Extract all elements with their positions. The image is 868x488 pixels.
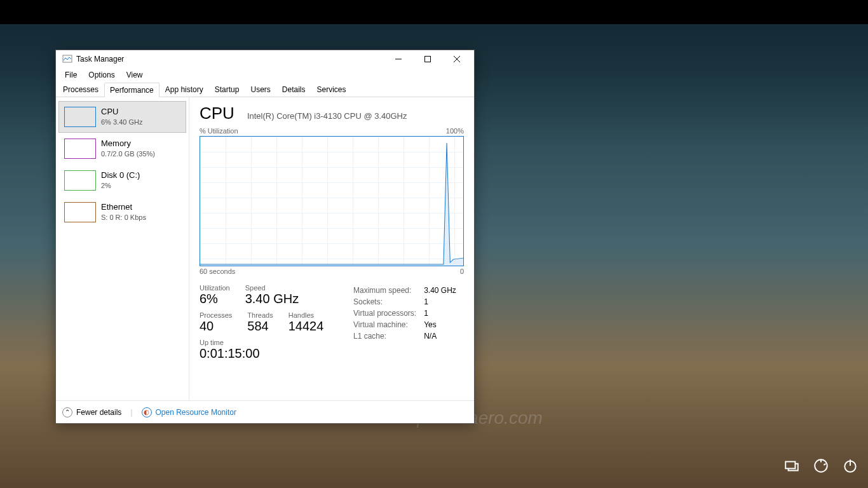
sidebar-item-disk[interactable]: Disk 0 (C:)2% [58,165,186,196]
stat-label: Processes [200,311,232,319]
performance-sidebar: CPU6% 3.40 GHz Memory0.7/2.0 GB (35%) Di… [56,97,189,400]
detail-label: Maximum speed: [353,285,423,295]
titlebar[interactable]: Task Manager [56,50,474,68]
tabs: Processes Performance App history Startu… [56,82,474,97]
tab-services[interactable]: Services [311,82,352,97]
power-icon[interactable] [842,458,858,477]
sidebar-item-ethernet[interactable]: EthernetS: 0 R: 0 Kbps [58,196,186,228]
window-title: Task Manager [76,55,384,64]
window-footer: ⌃ Fewer details | ◐ Open Resource Monito… [56,400,474,423]
open-resource-monitor-link[interactable]: ◐ Open Resource Monitor [142,407,236,417]
sidebar-item-label: Disk 0 (C:) [101,170,140,181]
cpu-name: Intel(R) Core(TM) i3-4130 CPU @ 3.40GHz [247,111,407,121]
detail-label: Sockets: [353,297,423,307]
menubar: File Options View [56,68,474,82]
resource-monitor-label: Open Resource Monitor [156,408,236,417]
app-icon [62,54,72,64]
cpu-thumb-icon [64,107,96,127]
stat-value: 6% [200,292,230,306]
minimize-button[interactable] [384,50,413,68]
sidebar-item-label: Memory [101,139,155,149]
detail-label: Virtual machine: [353,320,423,330]
performance-main: CPU Intel(R) Core(TM) i3-4130 CPU @ 3.40… [189,97,474,400]
stat-label: Threads [247,311,273,319]
close-button[interactable] [442,50,471,68]
tab-details[interactable]: Details [276,82,311,97]
stat-value: 40 [200,319,232,334]
stat-label: Handles [288,311,324,319]
sidebar-item-label: Ethernet [101,202,146,213]
ethernet-thumb-icon [64,202,96,222]
tab-performance[interactable]: Performance [104,83,159,97]
chevron-up-icon: ⌃ [62,407,72,417]
detail-label: L1 cache: [353,331,423,341]
sidebar-item-label: CPU [101,107,142,118]
cpu-utilization-chart [200,136,464,266]
stat-value: 14424 [288,319,324,334]
fewer-details-button[interactable]: ⌃ Fewer details [62,407,121,417]
sidebar-item-sub: S: 0 R: 0 Kbps [101,213,146,222]
separator: | [130,408,132,417]
tab-startup[interactable]: Startup [209,82,245,97]
resource-monitor-icon: ◐ [142,407,152,417]
tab-processes[interactable]: Processes [57,82,104,97]
chart-label-top-right: 100% [446,127,464,135]
detail-label: Virtual processors: [353,308,423,318]
page-title: CPU [200,104,234,123]
maximize-button[interactable] [413,50,442,68]
sidebar-item-sub: 2% [101,181,140,190]
menu-file[interactable]: File [60,69,82,81]
stat-value: 584 [247,319,273,334]
ease-of-access-icon[interactable] [783,458,800,477]
memory-thumb-icon [64,139,96,159]
system-tray [783,458,858,477]
sidebar-item-cpu[interactable]: CPU6% 3.40 GHz [58,101,186,133]
stat-label: Speed [245,284,299,292]
stat-value: 3.40 GHz [245,292,299,306]
sidebar-item-sub: 6% 3.40 GHz [101,118,142,126]
detail-value: 3.40 GHz [424,285,463,295]
stat-label: Up time [200,339,327,346]
stat-label: Utilization [200,284,230,292]
sidebar-item-memory[interactable]: Memory0.7/2.0 GB (35%) [58,133,186,165]
detail-value: N/A [424,331,463,341]
menu-view[interactable]: View [121,69,148,81]
task-manager-window: Task Manager File Options View Processes… [55,50,475,424]
chart-label-bottom-left: 60 seconds [200,268,235,275]
network-icon[interactable] [813,458,829,477]
chart-label-bottom-right: 0 [460,268,464,275]
detail-value: Yes [424,320,463,330]
detail-value: 1 [424,297,463,307]
chart-label-top-left: % Utilization [200,127,238,135]
svg-rect-5 [425,56,431,62]
tab-app-history[interactable]: App history [159,82,209,97]
stat-value: 0:01:15:00 [200,346,327,361]
tab-users[interactable]: Users [245,82,276,97]
menu-options[interactable]: Options [83,69,119,81]
stats-primary: Utilization6% Speed3.40 GHz Processes40 … [200,284,327,366]
disk-thumb-icon [64,170,96,191]
sidebar-item-sub: 0.7/2.0 GB (35%) [101,149,155,158]
svg-rect-0 [785,462,795,469]
detail-value: 1 [424,308,463,318]
stats-details: Maximum speed:3.40 GHz Sockets:1 Virtual… [352,284,464,366]
desktop: http://winaero.com http://winaero.com Ta… [0,0,868,488]
fewer-details-label: Fewer details [76,408,121,417]
